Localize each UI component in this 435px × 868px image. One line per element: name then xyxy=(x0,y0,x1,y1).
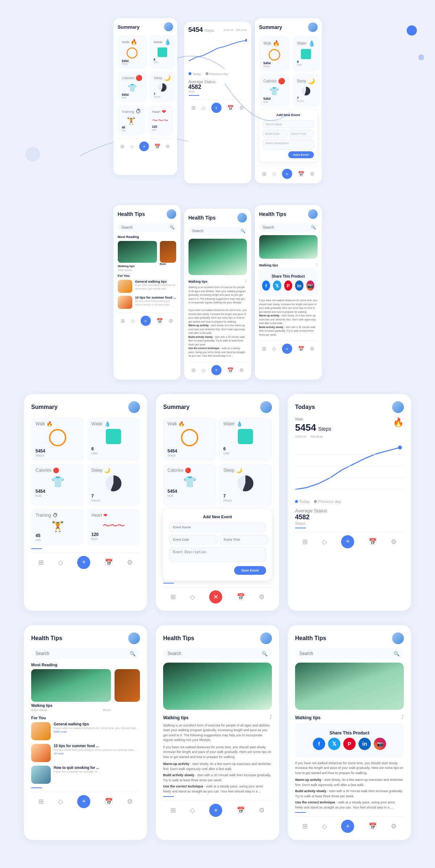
big-search-input-1[interactable] xyxy=(36,651,128,656)
big-instagram-icon[interactable]: 📷 xyxy=(374,738,386,750)
big-list-item-1: General walking tips If you have not wal… xyxy=(31,722,140,740)
event-name-input-sm[interactable]: Event Name xyxy=(263,120,314,128)
save-event-btn-sm[interactable]: Save Event xyxy=(288,151,314,158)
nav-grid-big1[interactable]: ⊞ xyxy=(38,558,44,566)
search-bar-share[interactable]: 🔍 xyxy=(259,223,318,232)
big-pinterest-icon[interactable]: P xyxy=(343,738,356,750)
nav-calendar-big3[interactable]: 📅 xyxy=(369,538,377,546)
average-status-section: Average Status 4582 Steps xyxy=(295,508,404,525)
big-article-body-3: If you have not walked distances for som… xyxy=(295,761,404,810)
nav-grid-icon-s[interactable]: ⊞ xyxy=(191,105,196,111)
nav-bar-steps: ⊞ ◇ + 📅 ⚙ xyxy=(188,99,247,113)
nav-grid-3[interactable]: ⊞ xyxy=(262,171,266,177)
facebook-icon[interactable]: f xyxy=(262,281,270,291)
svg-point-1 xyxy=(398,445,402,449)
nav-bar-1: ⊞ ◇ + 📅 ⚙ xyxy=(117,139,173,151)
avatar-1 xyxy=(164,22,173,31)
small-stat-grid-3: Walk🔥 5454 Steps Water💧 6 Liter Calories… xyxy=(259,36,318,107)
nav-grid-big2[interactable]: ⊞ xyxy=(170,593,176,601)
nav-grid-icon[interactable]: ⊞ xyxy=(120,144,124,149)
nav-plus-icon[interactable]: + xyxy=(139,142,149,151)
nav-diamond-big1[interactable]: ◇ xyxy=(58,558,63,566)
big-health-tips-1: Health Tips 🔍 Most Reading Walking tips … xyxy=(24,625,147,840)
deco-circle-2 xyxy=(418,54,424,60)
mini-chart-area xyxy=(188,37,247,66)
share-icon-big3[interactable]: ⤴ xyxy=(401,714,404,720)
twitter-icon[interactable]: 𝕏 xyxy=(273,281,281,291)
big-sleep-stat: Sleep🌙 7 Hours xyxy=(87,464,140,506)
big-list-thumb-1 xyxy=(31,722,51,740)
big-search-3[interactable]: 🔍 xyxy=(295,648,404,659)
nav-gear-icon[interactable]: ⚙ xyxy=(166,144,170,149)
nav-close-big2[interactable]: ✕ xyxy=(209,590,222,603)
instagram-icon[interactable]: 📷 xyxy=(306,281,315,291)
search-icon-share: 🔍 xyxy=(311,225,316,230)
nav-gear-icon-s[interactable]: ⚙ xyxy=(239,105,244,111)
second-small-row: Health Tips 🔍 Most Reading Walking tips … xyxy=(7,205,428,380)
nav-plus-big1[interactable]: + xyxy=(77,556,90,569)
big-ht-avatar-1 xyxy=(128,632,140,644)
nav-diamond-icon-s[interactable]: ◇ xyxy=(202,105,206,111)
nav-gear-big3[interactable]: ⚙ xyxy=(391,538,397,546)
nav-calendar-big1[interactable]: 📅 xyxy=(105,558,113,566)
share-icon-detail[interactable]: ⤴ xyxy=(245,279,247,283)
event-desc-input[interactable] xyxy=(169,547,266,562)
small-card-header-3: Summary xyxy=(259,22,318,32)
nav-gear-big2[interactable]: ⚙ xyxy=(259,593,265,601)
search-bar-detail[interactable]: 🔍 xyxy=(188,227,247,235)
search-input-detail[interactable] xyxy=(192,229,238,233)
event-date-sm[interactable]: Event Date xyxy=(263,130,288,138)
list-info-1: General walking tips If you have not wal… xyxy=(135,280,176,291)
big-twitter-icon[interactable]: 𝕏 xyxy=(328,738,340,750)
add-event-overlay-sm: Add New Event Event Name Event Date Even… xyxy=(259,110,318,162)
big-search-input-3[interactable] xyxy=(299,651,392,656)
big-facebook-icon[interactable]: f xyxy=(313,738,325,750)
pinterest-icon[interactable]: P xyxy=(284,281,293,291)
list-info-2: 10 tips for summer food ... Did you know… xyxy=(135,296,176,307)
nav-bar-detail: ⊞ ◇ + 📅 ⚙ xyxy=(188,362,247,375)
small-summary-add-event: Summary Walk🔥 5454 Steps Water💧 6 Liter xyxy=(255,18,322,183)
linkedin-icon[interactable]: in xyxy=(295,281,303,291)
big-search-2[interactable]: 🔍 xyxy=(163,648,272,659)
big-ht-header-3: Health Tips xyxy=(295,632,404,644)
todays-header-row: Walk 5454 Steps 1250 M 580 kcal 🔥 xyxy=(295,417,404,438)
event-name-input[interactable] xyxy=(169,523,266,532)
nav-plus-icon-s[interactable]: + xyxy=(211,103,221,113)
nav-plus-3[interactable]: + xyxy=(282,169,292,179)
steps-chart xyxy=(188,37,247,65)
big-search-1[interactable]: 🔍 xyxy=(31,648,140,659)
nav-calendar-3[interactable]: 📅 xyxy=(298,171,304,177)
top-section: Summary Walk🔥 5454 Steps Water💧 6 Liter xyxy=(7,11,428,191)
nav-diamond-icon[interactable]: ◇ xyxy=(130,144,133,149)
search-input-sm1[interactable] xyxy=(121,225,167,229)
big-search-icon-3: 🔍 xyxy=(394,651,399,656)
avatar-3 xyxy=(308,22,318,32)
nav-grid-big3[interactable]: ⊞ xyxy=(302,538,308,546)
share-icon-share[interactable]: ⤴ xyxy=(316,263,318,267)
search-input-share[interactable] xyxy=(263,225,309,229)
big-todays-card: Todays Walk 5454 Steps 1250 M 580 kcal 🔥 xyxy=(288,394,411,611)
nav-diamond-3[interactable]: ◇ xyxy=(272,171,276,177)
nav-plus-big3[interactable]: + xyxy=(341,535,354,548)
event-time-sm[interactable]: Event Time xyxy=(289,130,314,138)
save-event-btn[interactable]: Save Event xyxy=(234,566,266,575)
deco-circle-3 xyxy=(25,147,40,161)
nav-gear-big1[interactable]: ⚙ xyxy=(127,558,133,566)
nav-bar-ht1: ⊞ ◇ + 📅 ⚙ xyxy=(118,312,176,326)
event-desc-sm[interactable]: Event Description xyxy=(263,139,314,150)
nav-calendar-icon-s[interactable]: 📅 xyxy=(227,105,233,111)
nav-calendar-big2[interactable]: 📅 xyxy=(237,593,245,601)
big-linkedin-icon[interactable]: in xyxy=(359,738,371,750)
big-search-input-2[interactable] xyxy=(167,651,260,656)
search-bar-sm1[interactable]: 🔍 xyxy=(118,223,176,232)
nav-diamond-big3[interactable]: ◇ xyxy=(322,538,327,546)
nav-gear-3[interactable]: ⚙ xyxy=(310,171,315,177)
nav-calendar-icon[interactable]: 📅 xyxy=(154,144,160,149)
share-icon-big2[interactable]: ⤴ xyxy=(269,714,272,720)
event-time-input[interactable] xyxy=(220,535,268,544)
small-summary-title: Summary xyxy=(117,24,140,29)
big-card-header-2: Summary xyxy=(163,401,272,413)
big-social-icons: f 𝕏 P in 📷 xyxy=(299,738,399,750)
nav-diamond-big2[interactable]: ◇ xyxy=(190,593,195,601)
event-date-input[interactable] xyxy=(169,535,218,544)
